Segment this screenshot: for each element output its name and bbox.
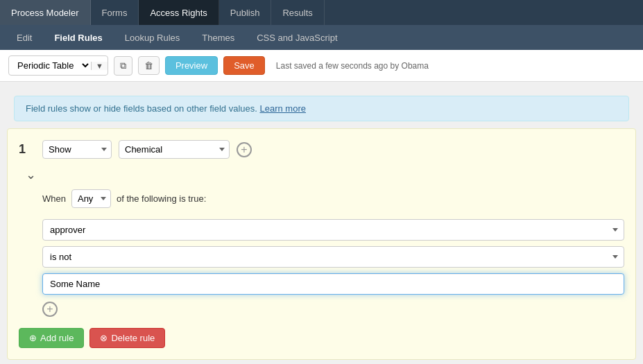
copy-button[interactable]: ⧉ [114, 56, 132, 76]
nav-process-modeler[interactable]: Process Modeler [0, 0, 91, 25]
copy-icon: ⧉ [120, 60, 126, 71]
delete-rule-label: Delete rule [111, 333, 155, 343]
sub-nav: Edit Field Rules Lookup Rules Themes CSS… [0, 25, 643, 50]
nav-access-rights[interactable]: Access Rights [139, 0, 218, 25]
condition-value-input[interactable] [42, 273, 624, 295]
preview-button[interactable]: Preview [165, 56, 218, 75]
show-hide-select[interactable]: Show [42, 140, 112, 159]
when-label: When [42, 193, 66, 204]
save-button[interactable]: Save [223, 56, 265, 75]
subnav-field-rules[interactable]: Field Rules [43, 25, 113, 50]
form-select-wrapper[interactable]: Periodic Table ▼ [8, 55, 108, 76]
add-rule-icon: ⊕ [29, 333, 37, 343]
delete-rule-icon: ⊗ [100, 333, 108, 343]
save-status: Last saved a few seconds ago by Obama [276, 61, 429, 71]
action-buttons: ⊕ Add rule ⊗ Delete rule [19, 328, 624, 348]
chevron-down-icon[interactable]: ⌄ [22, 166, 40, 183]
form-select[interactable]: Periodic Table [9, 56, 91, 75]
add-condition-button[interactable]: + [42, 302, 58, 317]
add-rule-button[interactable]: ⊕ Add rule [19, 328, 84, 348]
when-select[interactable]: Any [71, 189, 111, 208]
condition-area: approver is not [42, 219, 624, 295]
nav-forms[interactable]: Forms [91, 0, 139, 25]
add-rule-label: Add rule [40, 333, 74, 343]
field-select[interactable]: Chemical [119, 140, 230, 159]
subnav-edit[interactable]: Edit [6, 25, 43, 50]
rule-number: 1 [19, 142, 35, 157]
info-bar: Field rules show or hide fields based on… [14, 96, 629, 121]
following-text: of the following is true: [117, 193, 206, 204]
when-row: When Any of the following is true: [42, 189, 624, 208]
delete-icon: 🗑 [144, 60, 153, 71]
subnav-lookup-rules[interactable]: Lookup Rules [114, 25, 191, 50]
condition-operator-select[interactable]: is not [42, 246, 624, 268]
nav-publish[interactable]: Publish [219, 0, 272, 25]
subnav-themes[interactable]: Themes [191, 25, 246, 50]
learn-more-link[interactable]: Learn more [259, 103, 305, 114]
form-select-arrow-icon[interactable]: ▼ [91, 62, 108, 70]
delete-button[interactable]: 🗑 [138, 56, 160, 75]
subnav-css-js[interactable]: CSS and JavaScript [246, 25, 348, 50]
main-content: Field rules show or hide fields based on… [0, 82, 643, 364]
condition-field-select[interactable]: approver [42, 219, 624, 241]
rule-block: 1 Show Chemical + ⌄ When Any of the foll… [7, 128, 636, 360]
info-bar-text: Field rules show or hide fields based on… [26, 103, 257, 114]
rule-header: 1 Show Chemical + [19, 140, 624, 159]
toolbar: Periodic Table ▼ ⧉ 🗑 Preview Save Last s… [0, 50, 643, 82]
delete-rule-button[interactable]: ⊗ Delete rule [89, 328, 165, 348]
top-nav: Process Modeler Forms Access Rights Publ… [0, 0, 643, 25]
nav-results[interactable]: Results [271, 0, 324, 25]
add-field-button[interactable]: + [237, 142, 252, 157]
